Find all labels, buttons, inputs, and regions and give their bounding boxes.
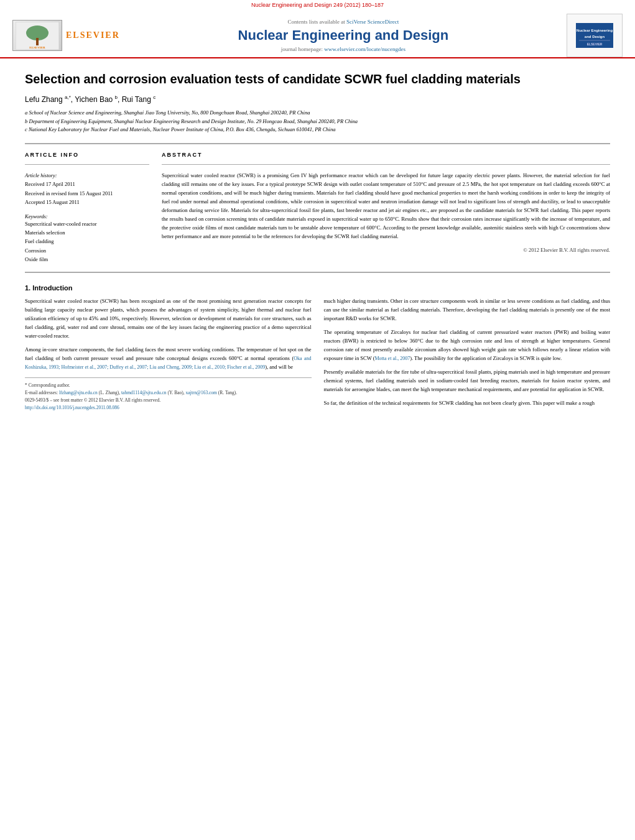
intro-para-2: Among in-core structure components, the … — [25, 345, 312, 371]
keywords-label: Keywords: — [25, 213, 149, 219]
sciverse-link[interactable]: SciVerse ScienceDirect — [346, 19, 399, 25]
journal-header: ELSEVIER ELSEVIER Contents lists availab… — [0, 10, 635, 58]
doi-link[interactable]: http://dx.doi.org/10.1016/j.nucengdes.20… — [25, 405, 119, 410]
intro-para-1: Supercritical water cooled reactor (SCWR… — [25, 297, 312, 340]
body-right-col: much higher during transients. Other in … — [324, 297, 611, 412]
svg-rect-2 — [36, 38, 39, 45]
article-info-column: ARTICLE INFO Article history: Received 1… — [25, 152, 149, 264]
elsevier-logo: ELSEVIER ELSEVIER — [12, 20, 120, 51]
sciverse-line: Contents lists available at SciVerse Sci… — [132, 19, 554, 25]
footnote-email: E-mail addresses: lfzhang@sjtu.edu.cn (L… — [25, 389, 312, 397]
svg-text:ELSEVIER: ELSEVIER — [29, 46, 45, 49]
vol-info-banner: Nuclear Engineering and Design 249 (2012… — [0, 0, 635, 10]
accepted-date: Accepted 15 August 2011 — [25, 198, 149, 206]
affiliations: a School of Nuclear Science and Engineer… — [25, 109, 610, 134]
divider-after-affiliations — [25, 143, 610, 144]
svg-text:and Design: and Design — [585, 35, 605, 39]
received-date: Received 17 April 2011 — [25, 180, 149, 188]
ref-motta[interactable]: Motta et al., 2007 — [375, 356, 410, 361]
body-two-col: Supercritical water cooled reactor (SCWR… — [25, 297, 610, 412]
history-label: Article history: — [25, 171, 149, 180]
intro-right-para-1: much higher during transients. Other in … — [324, 297, 611, 323]
divider-article-info — [25, 164, 149, 165]
article-info-heading: ARTICLE INFO — [25, 152, 149, 158]
divider-abstract — [162, 164, 610, 165]
homepage-link[interactable]: www.elsevier.com/locate/nucengdes — [324, 46, 406, 52]
abstract-text: Supercritical water cooled reactor (SCWR… — [162, 171, 610, 241]
email-link-tang[interactable]: xajtrn@163.com — [186, 390, 217, 395]
keyword-4: Corrosion — [25, 246, 149, 255]
abstract-heading: ABSTRACT — [162, 152, 610, 158]
journal-homepage: journal homepage: www.elsevier.com/locat… — [132, 46, 554, 52]
article-title: Selection and corrosion evaluation tests… — [25, 71, 610, 87]
copyright-line: © 2012 Elsevier B.V. All rights reserved… — [162, 247, 610, 253]
revised-date: Received in revised form 15 August 2011 — [25, 189, 149, 198]
keyword-3: Fuel cladding — [25, 237, 149, 246]
journal-title: Nuclear Engineering and Design — [132, 27, 554, 44]
keyword-5: Oxide film — [25, 255, 149, 264]
main-content: Selection and corrosion evaluation tests… — [0, 58, 635, 425]
svg-text:Nuclear Engineering: Nuclear Engineering — [577, 29, 613, 32]
vol-info-text: Nuclear Engineering and Design 249 (2012… — [251, 2, 384, 8]
ref-oka[interactable]: Oka and Koshizuka, 1993; Hofmeister et a… — [25, 356, 311, 370]
svg-text:ELSEVIER: ELSEVIER — [587, 42, 603, 46]
introduction-section: 1. Introduction Supercritical water cool… — [25, 284, 610, 412]
affiliation-c: c National Key Laboratory for Nuclear Fu… — [25, 126, 610, 134]
affiliation-b: b Department of Engineering Equipment, S… — [25, 118, 610, 126]
divider-before-body — [25, 272, 610, 273]
journal-logo-right: Nuclear Engineering and Design ELSEVIER — [567, 14, 623, 57]
header-center: Contents lists available at SciVerse Sci… — [120, 19, 567, 52]
email-link-zhang[interactable]: lfzhang@sjtu.edu.cn — [59, 390, 98, 395]
elsevier-logo-image: ELSEVIER — [12, 20, 62, 51]
authors-line: Lefu Zhang a,*, Yichen Bao b, Rui Tang c — [25, 95, 610, 104]
affiliation-a: a School of Nuclear Science and Engineer… — [25, 109, 610, 118]
article-info-abstract-section: ARTICLE INFO Article history: Received 1… — [25, 152, 610, 264]
keyword-2: Materials selection — [25, 228, 149, 237]
body-left-col: Supercritical water cooled reactor (SCWR… — [25, 297, 312, 412]
footnote-issn: 0029-5493/$ – see front matter © 2012 El… — [25, 397, 312, 404]
keywords-section: Keywords: Supercritical water-cooled rea… — [25, 213, 149, 264]
footnote-doi: http://dx.doi.org/10.1016/j.nucengdes.20… — [25, 404, 312, 412]
footnote-corresponding: * Corresponding author. — [25, 382, 312, 389]
intro-right-para-2: The operating temperature of Zircaloys f… — [324, 328, 611, 362]
keyword-1: Supercritical water-cooled reactor — [25, 219, 149, 228]
article-history: Article history: Received 17 April 2011 … — [25, 171, 149, 207]
intro-right-para-4: So far, the definition of the technical … — [324, 399, 611, 407]
footnotes-section: * Corresponding author. E-mail addresses… — [25, 377, 312, 412]
introduction-title: 1. Introduction — [25, 284, 610, 292]
abstract-column: ABSTRACT Supercritical water cooled reac… — [162, 152, 610, 264]
elsevier-text-label: ELSEVIER — [66, 30, 120, 40]
email-link-bao[interactable]: tahmd1114@sjtu.edu.cn — [121, 390, 167, 395]
intro-right-para-3: Presently available materials for the fi… — [324, 367, 611, 394]
